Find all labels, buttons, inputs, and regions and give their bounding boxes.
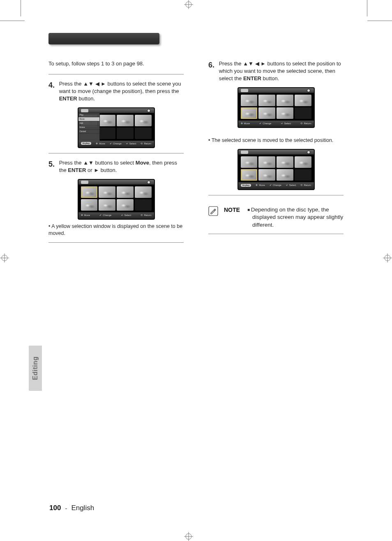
two-column-layout: To setup, follow steps 1 to 3 on page 98… xyxy=(48,60,344,248)
thumbnail-empty xyxy=(295,107,311,119)
footer-hint: ✔Change xyxy=(259,122,271,125)
thumbnail-grid xyxy=(238,93,314,121)
thumbnail-empty xyxy=(135,199,152,211)
thumbnail xyxy=(99,199,115,211)
footer-hint: ⟲Return xyxy=(141,142,151,145)
thumbnail-grid xyxy=(78,185,154,212)
step-text: button. xyxy=(77,95,95,102)
page-footer: 100 - English xyxy=(49,504,94,512)
menu-item: Erase xyxy=(78,125,99,130)
playlist-menu-panel: Play Move Add Erase Cancel xyxy=(78,113,100,141)
thumbnail xyxy=(99,186,115,198)
thumbnail-empty xyxy=(99,128,115,139)
thumbnail-grid xyxy=(238,155,314,182)
crop-mark xyxy=(367,0,367,16)
thumbnail xyxy=(117,186,134,198)
step-text: Press the xyxy=(59,81,83,87)
thumbnail xyxy=(135,186,152,198)
screenshot-header xyxy=(238,88,314,93)
thumbnail xyxy=(117,199,134,211)
device-screenshot-step6b: Anykey ✥Move ✔Change ↵Select ⟲Return xyxy=(238,149,315,190)
direction-buttons-glyph: ▲▼ ◀ ► xyxy=(83,81,106,87)
enter-label: ENTER xyxy=(59,95,77,102)
thumbnail xyxy=(135,115,152,126)
thumbnail xyxy=(241,95,258,106)
page-language: English xyxy=(71,504,94,512)
footer-hint: ✔Change xyxy=(270,183,281,187)
direction-buttons-glyph: ▲▼ ◀ ► xyxy=(243,60,266,67)
svg-rect-12 xyxy=(209,207,218,216)
crop-mark xyxy=(21,0,21,16)
divider xyxy=(48,153,184,153)
footer-hint: ⟲Return xyxy=(141,214,151,217)
thumbnail-empty xyxy=(117,128,134,139)
thumbnail xyxy=(241,169,258,181)
disc-chip-icon xyxy=(81,181,88,184)
footer-hint: ↵Select xyxy=(121,214,131,217)
direction-buttons-glyph: ▲▼ xyxy=(83,160,94,166)
step-number: 5. xyxy=(48,159,58,169)
footer-hint: ↵Select xyxy=(126,142,136,145)
registration-mark-icon xyxy=(184,532,193,541)
step-6: 6. Press the ▲▼ ◀ ► buttons to select th… xyxy=(208,60,344,82)
footer-hint: ✔Change xyxy=(110,142,122,145)
thumbnail-empty xyxy=(135,128,152,139)
thumbnail xyxy=(99,115,115,126)
thumbnail xyxy=(277,95,293,106)
screenshot-header xyxy=(238,150,314,155)
step-body: Press the ▲▼ buttons to select Move, the… xyxy=(59,159,183,174)
footer-hint: ✥Move xyxy=(241,122,250,125)
footer-hint: ⟲Return xyxy=(300,122,311,125)
step6-sub-note: The selected scene is moved to the selec… xyxy=(208,137,344,144)
disc-chip-icon xyxy=(241,89,248,92)
scroll-dot-icon xyxy=(307,89,310,92)
thumbnail xyxy=(277,169,293,181)
note-label: NOTE xyxy=(224,206,242,214)
crop-mark xyxy=(0,21,25,21)
step-body: Press the ▲▼ ◀ ► buttons to select the s… xyxy=(59,80,183,102)
thumbnail xyxy=(117,115,134,126)
footer-dash: - xyxy=(65,505,67,512)
divider xyxy=(48,242,184,243)
thumbnail xyxy=(258,156,275,168)
registration-mark-icon xyxy=(184,0,193,9)
step-body: Press the ▲▼ ◀ ► buttons to select the p… xyxy=(219,60,343,82)
step5-sub-note: A yellow selection window is displayed o… xyxy=(48,223,184,237)
footer-hint: ⟲Return xyxy=(300,183,311,187)
screenshot-footer: Anykey ✥Move ✔Change ↵Select ⟲Return xyxy=(238,182,314,189)
thumbnail-empty xyxy=(295,169,311,181)
step-5: 5. Press the ▲▼ buttons to select Move, … xyxy=(48,159,184,174)
disc-chip-icon xyxy=(81,109,88,112)
step-text: Press the xyxy=(59,160,83,166)
step-number: 6. xyxy=(208,60,217,70)
footer-hint: ↵Select xyxy=(286,183,296,187)
thumbnail xyxy=(258,95,275,106)
option-label: Move xyxy=(136,160,149,166)
left-column: To setup, follow steps 1 to 3 on page 98… xyxy=(48,60,184,248)
thumbnail xyxy=(258,169,275,181)
thumbnail xyxy=(81,186,98,198)
step-text: buttons to select xyxy=(94,160,136,166)
device-screenshot-step5: ✥Move ✔Change ↵Select ⟲Return xyxy=(78,179,155,220)
step-4: 4. Press the ▲▼ ◀ ► buttons to select th… xyxy=(48,80,184,102)
registration-mark-icon xyxy=(383,253,392,262)
anykey-pill: Anykey xyxy=(241,184,251,187)
footer-hint: ✥Move xyxy=(81,214,90,217)
thumbnail xyxy=(241,107,258,119)
footer-hint: ✥Move xyxy=(96,142,105,145)
disc-chip-icon xyxy=(241,151,248,154)
menu-item: Move xyxy=(78,117,99,121)
screenshot-header xyxy=(78,108,154,113)
anykey-pill: Anykey xyxy=(81,142,92,145)
screenshot-footer: ✥Move ✔Change ↵Select ⟲Return xyxy=(78,212,154,219)
step-text: button. xyxy=(261,75,279,81)
menu-item: Play xyxy=(78,113,99,117)
footer-hint: ✔Change xyxy=(99,214,111,217)
thumbnail xyxy=(81,199,98,211)
thumbnail xyxy=(241,156,258,168)
step-text: or ► button. xyxy=(86,167,117,173)
page-sheet: Editing To setup, follow steps 1 to 3 on… xyxy=(0,0,392,541)
footer-hint: ✥Move xyxy=(256,183,265,187)
page-content: To setup, follow steps 1 to 3 on page 98… xyxy=(48,33,344,504)
screenshot-header xyxy=(78,180,154,185)
